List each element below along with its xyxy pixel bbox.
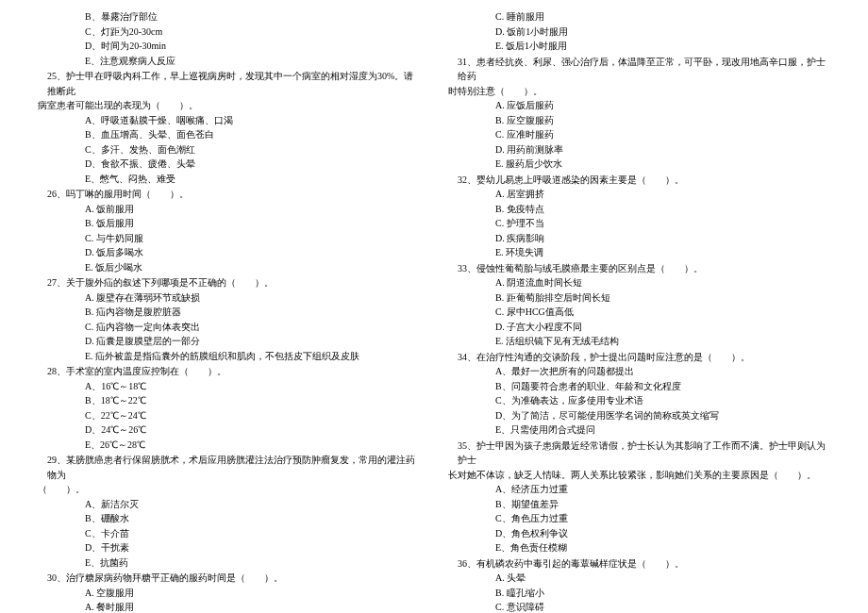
answer-option: B、硼酸水: [38, 511, 420, 526]
question-text: 36、有机磷农药中毒引起的毒蕈碱样症状是（ ）。: [448, 556, 830, 572]
answer-option: C. 尿中HCG值高低: [448, 305, 830, 320]
answer-option: A. 饭前服用: [38, 202, 420, 217]
answer-option: D、干扰素: [38, 540, 420, 555]
answer-option: E、抗菌药: [38, 555, 420, 571]
answer-option: E. 服药后少饮水: [448, 157, 830, 172]
question-text: 时特别注意（ ）。: [448, 84, 830, 99]
question-text: 31、患者经抗炎、利尿、强心治疗后，体温降至正常，可平卧，现改用地高辛口服，护士…: [448, 55, 830, 84]
answer-option: E、憋气、闷热、难受: [38, 172, 420, 187]
answer-option: E、26℃～28℃: [38, 438, 420, 453]
question-text: 25、护士甲在呼吸内科工作，早上巡视病房时，发现其中一个病室的相对湿度为30%。…: [38, 69, 420, 98]
answer-option: B、血压增高、头晕、面色苍白: [38, 127, 420, 142]
answer-option: A、16℃～18℃: [38, 379, 420, 394]
answer-option: C. 疝内容物一定向体表突出: [38, 320, 420, 335]
left-column: B、暴露治疗部位C、灯距为20-30cmD、时间为20-30minE、注意观察病…: [38, 9, 420, 613]
answer-option: C、22℃～24℃: [38, 408, 420, 423]
answer-option: E. 饭后少喝水: [38, 260, 420, 275]
answer-option: D. 用药前测脉率: [448, 142, 830, 157]
answer-option: D. 子宫大小程度不同: [448, 320, 830, 335]
question-text: 27、关于腹外疝的叙述下列哪项是不正确的（ ）。: [38, 275, 420, 290]
answer-option: A. 应饭后服药: [448, 98, 830, 113]
answer-option: C、多汗、发热、面色潮红: [38, 142, 420, 157]
answer-option: B、期望值差异: [448, 497, 830, 512]
answer-option: B. 免疫特点: [448, 202, 830, 217]
answer-option: D. 疝囊是腹膜壁层的一部分: [38, 334, 420, 349]
answer-option: A、新洁尔灭: [38, 497, 420, 512]
question-text: 28、手术室的室内温度应控制在（ ）。: [38, 364, 420, 379]
answer-option: A、经济压力过重: [448, 482, 830, 497]
answer-option: A. 居室拥挤: [448, 187, 830, 202]
answer-option: E. 疝外被盖是指疝囊外的筋膜组织和肌肉，不包括皮下组织及皮肤: [38, 349, 420, 364]
answer-option: A. 空腹服用: [38, 586, 420, 601]
answer-option: D、24℃～26℃: [38, 422, 420, 438]
answer-option: E、注意观察病人反应: [38, 54, 420, 69]
answer-option: B、18℃～22℃: [38, 393, 420, 408]
answer-option: C、卡介苗: [38, 526, 420, 541]
answer-option: B. 饭后服用: [38, 216, 420, 231]
answer-option: E. 环境失调: [448, 245, 830, 260]
question-text: 30、治疗糖尿病药物拜糖平正确的服药时间是（ ）。: [38, 571, 420, 586]
answer-option: C. 应准时服药: [448, 127, 830, 142]
answer-option: E. 饭后1小时服用: [448, 39, 830, 54]
question-text: 26、吗丁啉的服用时间（ ）。: [38, 187, 420, 202]
answer-option: C. 意识障碍: [448, 600, 830, 613]
answer-option: D、为了简洁，尽可能使用医学名词的简称或英文缩写: [448, 408, 830, 423]
answer-option: B、暴露治疗部位: [38, 9, 420, 25]
question-text: 29、某膀胱癌患者行保留膀胱术，术后应用膀胱灌注法治疗预防肿瘤复发，常用的灌注药…: [38, 453, 420, 482]
answer-option: B. 距葡萄胎排空后时间长短: [448, 290, 830, 306]
answer-option: D、食欲不振、疲倦、头晕: [38, 157, 420, 172]
answer-option: A. 腹壁存在薄弱环节或缺损: [38, 290, 420, 306]
answer-option: D. 疾病影响: [448, 231, 830, 246]
question-text: 33、侵蚀性葡萄胎与绒毛膜癌最主要的区别点是（ ）。: [448, 261, 830, 276]
answer-option: A. 餐时服用: [38, 600, 420, 613]
answer-option: E、角色责任模糊: [448, 540, 830, 555]
question-text: （ ）。: [38, 482, 420, 497]
answer-option: C、角色压力过重: [448, 511, 830, 526]
answer-option: C. 与牛奶同服: [38, 231, 420, 246]
answer-option: B、问题要符合患者的职业、年龄和文化程度: [448, 379, 830, 394]
answer-option: D、角色权利争议: [448, 526, 830, 541]
answer-option: C、为准确表达，应多使用专业术语: [448, 393, 830, 408]
answer-option: D. 饭前1小时服用: [448, 25, 830, 40]
question-text: 34、在治疗性沟通的交谈阶段，护士提出问题时应注意的是（ ）。: [448, 350, 830, 365]
question-text: 病室患者可能出现的表现为（ ）。: [38, 98, 420, 113]
answer-option: A. 头晕: [448, 571, 830, 586]
answer-option: B. 疝内容物是腹腔脏器: [38, 305, 420, 320]
question-text: 35、护士甲因为孩子患病最近经常请假，护士长认为其影响了工作而不满。护士甲则认为…: [448, 439, 830, 468]
content-columns: B、暴露治疗部位C、灯距为20-30cmD、时间为20-30minE、注意观察病…: [38, 9, 830, 613]
answer-option: D. 饭后多喝水: [38, 245, 420, 260]
answer-option: A、最好一次把所有的问题都提出: [448, 364, 830, 379]
question-text: 长对她不体谅，缺乏人情味。两人关系比较紧张，影响她们关系的主要原因是（ ）。: [448, 468, 830, 483]
answer-option: C. 睡前服用: [448, 9, 830, 25]
right-column: C. 睡前服用D. 饭前1小时服用E. 饭后1小时服用31、患者经抗炎、利尿、强…: [448, 9, 830, 613]
question-text: 32、婴幼儿易患上呼吸道感染的因素主要是（ ）。: [448, 173, 830, 188]
answer-option: C. 护理不当: [448, 216, 830, 231]
answer-option: B. 应空腹服药: [448, 113, 830, 128]
answer-option: E、只需使用闭合式提问: [448, 422, 830, 438]
answer-option: D、时间为20-30min: [38, 39, 420, 54]
answer-option: E. 活组织镜下见有无绒毛结构: [448, 334, 830, 349]
answer-option: C、灯距为20-30cm: [38, 25, 420, 40]
answer-option: B. 瞳孔缩小: [448, 586, 830, 601]
answer-option: A. 阴道流血时间长短: [448, 275, 830, 290]
answer-option: A、呼吸道黏膜干燥、咽喉痛、口渴: [38, 113, 420, 128]
